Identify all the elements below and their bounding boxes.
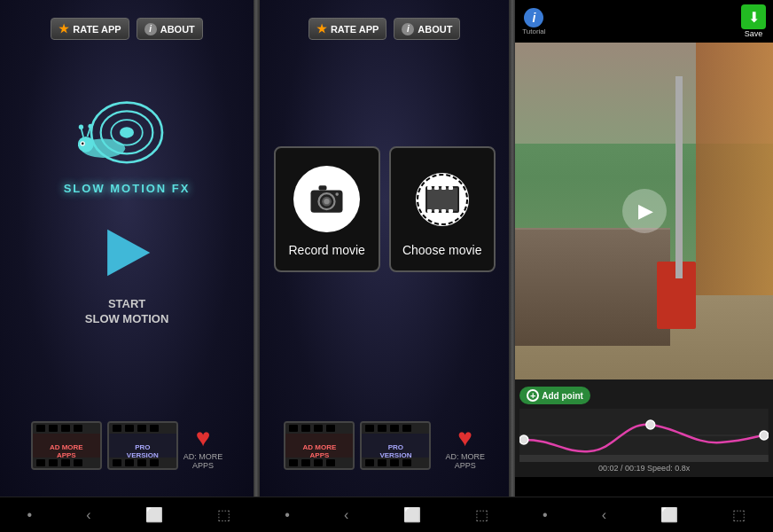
timeline-info: 00:02 / 00:19 Speed: 0.8x <box>519 462 769 473</box>
svg-rect-29 <box>441 209 446 213</box>
info-icon-p2: i <box>402 23 414 35</box>
nav-recent-1[interactable]: ⬚ <box>210 503 238 527</box>
svg-rect-33 <box>519 455 769 462</box>
play-button-overlay[interactable]: ▶ <box>622 189 667 233</box>
svg-rect-24 <box>434 186 439 190</box>
tutorial-info-icon: i <box>524 8 543 27</box>
pro-version-thumb-p1[interactable]: PROVERSION <box>107 421 178 470</box>
svg-marker-12 <box>107 230 150 277</box>
panel-movie-select: ★ RATE APP i ABOUT <box>259 0 510 497</box>
nav-back-3[interactable]: ‹ <box>595 504 613 527</box>
svg-rect-30 <box>449 209 453 213</box>
nav-back-1[interactable]: ‹ <box>79 504 98 527</box>
snail-logo <box>78 93 176 164</box>
nav-section-1: • ‹ ⬜ ⬚ <box>0 497 258 532</box>
more-apps-area-p1: ♥ AD: MORE APPS <box>183 424 223 470</box>
record-movie-button[interactable]: Record movie <box>274 146 380 272</box>
divider-1-2 <box>254 0 259 497</box>
rate-app-label: RATE APP <box>73 24 121 35</box>
svg-point-18 <box>336 192 340 196</box>
camera-icon <box>307 179 347 219</box>
more-apps-area-p2: ♥ AD: MORE APPS <box>445 424 485 470</box>
app-title: SLOW MOTION FX <box>64 182 191 195</box>
svg-point-3 <box>120 127 134 137</box>
tutorial-label: Tutorial <box>522 27 545 35</box>
svg-rect-27 <box>427 209 432 213</box>
about-button-p2[interactable]: i ABOUT <box>394 18 460 40</box>
add-point-button[interactable]: + Add point <box>519 387 590 404</box>
svg-point-9 <box>89 124 93 129</box>
about-label: ABOUT <box>160 24 195 35</box>
nav-dot-2: • <box>277 504 297 527</box>
svg-point-34 <box>519 435 528 444</box>
nav-recent-2[interactable]: ⬚ <box>468 503 496 527</box>
video-header: i Tutorial ⬇ Save <box>515 0 773 43</box>
svg-rect-17 <box>319 185 327 190</box>
nav-dot-3: • <box>535 504 555 527</box>
ad-more-apps-thumb-p2[interactable]: AD MOREAPPS <box>284 421 355 470</box>
nav-home-1[interactable]: ⬜ <box>138 503 170 527</box>
record-movie-label: Record movie <box>289 243 365 257</box>
svg-point-7 <box>79 125 83 129</box>
nav-home-3[interactable]: ⬜ <box>653 503 685 527</box>
ad-label-p2b: APPS <box>455 461 476 470</box>
speed-curve-svg <box>519 409 769 462</box>
rate-app-button-p2[interactable]: ★ RATE APP <box>308 18 386 40</box>
nav-dot-1: • <box>20 504 40 527</box>
ad-label-p1b: APPS <box>192 461 214 470</box>
start-slow-motion-label: START SLOW MOTION <box>85 297 169 327</box>
start-area[interactable]: START SLOW MOTION <box>85 222 169 327</box>
nav-section-2: • ‹ ⬜ ⬚ <box>258 497 516 532</box>
timeline-graph[interactable] <box>519 409 769 462</box>
plus-icon: + <box>527 389 539 402</box>
stamp-icon <box>411 168 473 231</box>
panel-slowmotion: ★ RATE APP i ABOUT <box>0 0 254 497</box>
info-icon: i <box>144 23 157 35</box>
choose-movie-button[interactable]: Choose movie <box>389 146 496 272</box>
ad-more-apps-thumb-p1[interactable]: AD MOREAPPS <box>31 421 102 470</box>
ad-label-p2: AD: MORE <box>445 452 485 461</box>
panel1-top-bar: ★ RATE APP i ABOUT <box>51 18 203 40</box>
ad-label-p1: AD: MORE <box>183 452 223 461</box>
panel-video-editor: i Tutorial ⬇ Save <box>515 0 773 497</box>
rate-app-button-p1[interactable]: ★ RATE APP <box>51 18 129 40</box>
svg-point-36 <box>760 431 769 440</box>
panel2-top-bar: ★ RATE APP i ABOUT <box>308 18 461 40</box>
svg-point-11 <box>82 143 84 145</box>
navigation-bar: • ‹ ⬜ ⬚ • ‹ ⬜ ⬚ • ‹ ⬜ ⬚ <box>0 497 773 532</box>
add-point-label: Add point <box>542 391 583 401</box>
heart-icon-p1: ♥ <box>196 424 211 452</box>
star-icon-p2: ★ <box>316 22 327 35</box>
svg-rect-23 <box>427 186 432 190</box>
save-icon: ⬇ <box>741 4 766 29</box>
choose-movie-label: Choose movie <box>402 243 482 257</box>
nav-recent-3[interactable]: ⬚ <box>725 503 753 527</box>
camera-circle-icon <box>293 166 360 232</box>
nav-back-2[interactable]: ‹ <box>337 504 355 527</box>
heart-icon-p2: ♥ <box>457 424 472 452</box>
svg-point-35 <box>646 420 655 429</box>
about-label-p2: ABOUT <box>418 24 452 35</box>
video-frame: ▶ <box>515 43 773 379</box>
logo-area: SLOW MOTION FX <box>64 93 191 195</box>
svg-rect-22 <box>427 188 457 211</box>
star-icon: ★ <box>59 22 69 35</box>
about-button-p1[interactable]: i ABOUT <box>137 18 203 40</box>
pro-version-thumb-p2[interactable]: PROVERSION <box>360 421 431 470</box>
tutorial-button[interactable]: i Tutorial <box>522 8 545 35</box>
play-icon: ▶ <box>638 200 653 223</box>
nav-home-2[interactable]: ⬜ <box>396 503 428 527</box>
movie-options: Record movie <box>274 146 496 272</box>
timeline-area: + Add point <box>515 379 773 477</box>
svg-rect-28 <box>434 209 439 213</box>
svg-rect-26 <box>449 186 453 190</box>
svg-point-16 <box>324 199 330 204</box>
save-button[interactable]: ⬇ Save <box>741 4 766 38</box>
start-play-button[interactable] <box>96 222 158 284</box>
panel1-bottom-apps: AD MOREAPPS PROVERSION <box>31 421 223 479</box>
svg-point-5 <box>78 137 94 153</box>
stamp-icon-container <box>409 166 475 232</box>
nav-section-3: • ‹ ⬜ ⬚ <box>515 497 773 532</box>
rate-label-p2: RATE APP <box>331 24 379 35</box>
save-label: Save <box>745 29 763 38</box>
